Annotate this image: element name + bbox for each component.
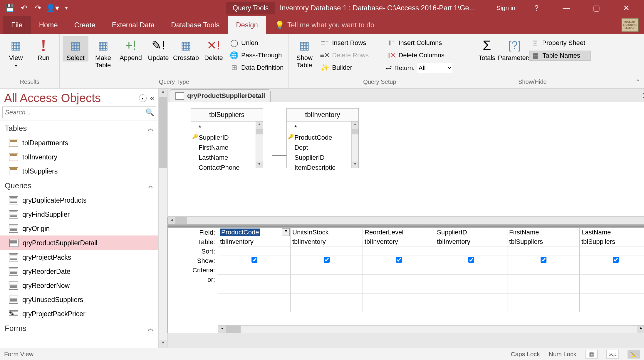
qbe-cell[interactable] xyxy=(580,246,644,256)
tab-design[interactable]: Design xyxy=(228,16,266,34)
dropdown-icon[interactable]: ▾ xyxy=(282,228,290,236)
qbe-cell[interactable]: UnitsInStock xyxy=(291,228,363,237)
qat-customize[interactable]: ▾ xyxy=(59,1,73,14)
field-item[interactable]: ContactPhone xyxy=(191,163,263,173)
pane-splitter[interactable] xyxy=(167,224,644,227)
delete-columns-button[interactable]: ⫴✕Delete Columns xyxy=(385,51,468,60)
qbe-cell[interactable] xyxy=(218,246,291,256)
qbe-cell[interactable] xyxy=(507,303,580,312)
field-item[interactable]: Dept xyxy=(287,143,358,153)
qbe-cell[interactable] xyxy=(507,256,580,265)
qbe-cell[interactable] xyxy=(435,265,507,274)
nav-search-input[interactable] xyxy=(2,106,144,118)
collapse-ribbon-button[interactable]: ⌃ xyxy=(635,78,640,86)
field-item[interactable]: SupplierID xyxy=(191,133,263,143)
qbe-cell[interactable]: FirstName xyxy=(507,228,580,237)
nav-item-qryduplicateproducts[interactable]: qryDuplicateProducts xyxy=(0,193,158,207)
show-checkbox[interactable] xyxy=(251,257,257,263)
qbe-cell[interactable] xyxy=(218,275,291,284)
nav-category-tables[interactable]: Tables︽ xyxy=(0,121,158,136)
qbe-cell[interactable]: tblInventory xyxy=(291,237,363,246)
qbe-cell[interactable] xyxy=(218,303,291,312)
nav-item-qryfindsupplier[interactable]: qryFindSupplier xyxy=(0,207,158,221)
help-button[interactable]: ? xyxy=(528,4,545,13)
make-table-button[interactable]: ▦Make Table xyxy=(90,36,116,69)
tab-home[interactable]: Home xyxy=(31,16,66,34)
delete-rows-button[interactable]: ≡✕Delete Rows xyxy=(319,51,384,60)
qbe-cell[interactable] xyxy=(507,294,580,303)
relationship-line[interactable] xyxy=(263,138,272,138)
document-tab[interactable]: qryProductSupplierDetail xyxy=(170,89,271,102)
nav-item-qryunusedsuppliers[interactable]: qryUnusedSuppliers xyxy=(0,293,158,307)
return-select[interactable]: All xyxy=(417,63,452,73)
insert-columns-button[interactable]: ⫴⁺Insert Columns xyxy=(385,38,468,48)
qbe-cell[interactable] xyxy=(507,275,580,284)
redo-button[interactable]: ↷ xyxy=(31,1,45,14)
sql-view-button[interactable]: SQL xyxy=(606,350,619,359)
tab-file[interactable]: File xyxy=(3,16,31,34)
datasheet-view-button[interactable]: ▦ xyxy=(585,350,598,359)
qbe-cell[interactable]: ReorderLevel xyxy=(363,228,435,237)
field-item[interactable]: ItemDescriptic xyxy=(287,163,358,173)
show-checkbox[interactable] xyxy=(541,257,546,263)
search-icon[interactable]: 🔍 xyxy=(144,106,156,118)
qbe-cell[interactable] xyxy=(435,303,507,312)
close-button[interactable]: ✕ xyxy=(618,4,635,13)
insert-rows-button[interactable]: ≡⁺Insert Rows xyxy=(319,38,384,48)
data-definition-button[interactable]: ⊞Data Definition xyxy=(228,63,285,72)
qbe-cell[interactable] xyxy=(291,284,363,293)
crosstab-button[interactable]: ▦Crosstab xyxy=(173,36,199,61)
qbe-cell[interactable]: LastName xyxy=(580,228,644,237)
union-button[interactable]: ◯Union xyxy=(228,38,285,48)
scroll-thumb[interactable] xyxy=(159,97,167,168)
restore-button[interactable]: ▢ xyxy=(588,4,605,13)
diagram-hscrollbar[interactable]: ◂▸ xyxy=(167,217,644,224)
field-item[interactable]: * xyxy=(191,123,263,133)
table-scrollbar[interactable]: ▴▾ xyxy=(256,121,263,168)
qbe-cell[interactable] xyxy=(291,275,363,284)
design-view-button[interactable]: 📐 xyxy=(628,350,640,359)
nav-item-qryprojectpackpricer[interactable]: ✎qryProjectPackPricer xyxy=(0,307,158,321)
field-item[interactable]: ProductCode xyxy=(287,133,358,143)
qbe-cell[interactable] xyxy=(363,294,435,303)
qbe-cell[interactable] xyxy=(580,303,644,312)
nav-scrollbar[interactable]: ▴ ▾ xyxy=(158,89,167,348)
qbe-cell[interactable] xyxy=(435,284,507,293)
close-document-button[interactable]: ✕ xyxy=(642,91,644,101)
qbe-cell[interactable] xyxy=(291,265,363,274)
show-checkbox[interactable] xyxy=(396,257,402,263)
nav-category-forms[interactable]: Forms︽ xyxy=(0,321,158,336)
nav-item-tblinventory[interactable]: tblInventory xyxy=(0,150,158,164)
show-checkbox[interactable] xyxy=(613,257,619,263)
select-query-button[interactable]: ▦Select xyxy=(63,36,88,61)
nav-item-qryorigin[interactable]: qryOrigin xyxy=(0,221,158,236)
qbe-cell[interactable] xyxy=(363,246,435,256)
qbe-cell[interactable] xyxy=(580,256,644,265)
qbe-cell[interactable] xyxy=(435,275,507,284)
field-item[interactable]: FirstName xyxy=(191,143,263,153)
qbe-cell[interactable] xyxy=(507,265,580,274)
qbe-cell[interactable] xyxy=(218,294,291,303)
qbe-cell[interactable]: tblInventory xyxy=(363,237,435,246)
table-box-inventory[interactable]: tblInventory * ProductCode Dept Supplier… xyxy=(286,108,359,168)
qbe-hscrollbar[interactable]: ◂▸ xyxy=(218,325,644,333)
scroll-up-icon[interactable]: ▴ xyxy=(159,89,167,97)
update-button[interactable]: ✎!Update xyxy=(145,36,171,61)
show-checkbox[interactable] xyxy=(324,257,330,263)
append-button[interactable]: +!Append xyxy=(118,36,144,61)
qbe-cell[interactable]: ProductCode▾ xyxy=(218,228,291,237)
qbe-cell[interactable] xyxy=(507,284,580,293)
qbe-cell[interactable] xyxy=(580,284,644,293)
nav-item-qryproductsupplierdetail[interactable]: qryProductSupplierDetail xyxy=(0,236,158,250)
save-button[interactable]: 💾 xyxy=(3,1,17,14)
qbe-cell[interactable] xyxy=(291,256,363,265)
qbe-cell[interactable]: tblInventory xyxy=(435,237,507,246)
qbe-cell[interactable] xyxy=(363,284,435,293)
nav-item-qryprojectpacks[interactable]: qryProjectPacks xyxy=(0,250,158,264)
tab-create[interactable]: Create xyxy=(66,16,104,34)
totals-button[interactable]: ΣTotals xyxy=(474,36,500,61)
qbe-cell[interactable] xyxy=(291,246,363,256)
qbe-cell[interactable]: tblSuppliers xyxy=(580,237,644,246)
qbe-cell[interactable]: tblSuppliers xyxy=(507,237,580,246)
qbe-cell[interactable] xyxy=(580,275,644,284)
